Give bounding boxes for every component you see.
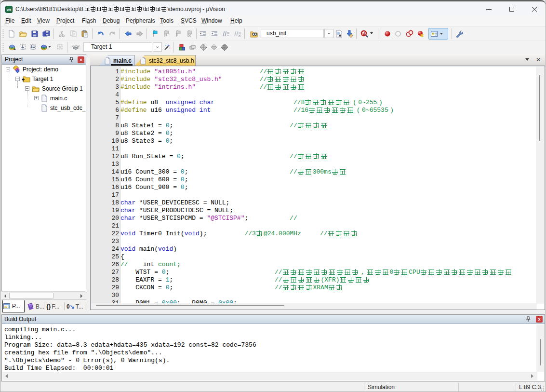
svg-text:LOAD: LOAD [72,44,80,47]
svg-text:?: ? [30,305,32,309]
svg-text:d: d [363,31,365,36]
